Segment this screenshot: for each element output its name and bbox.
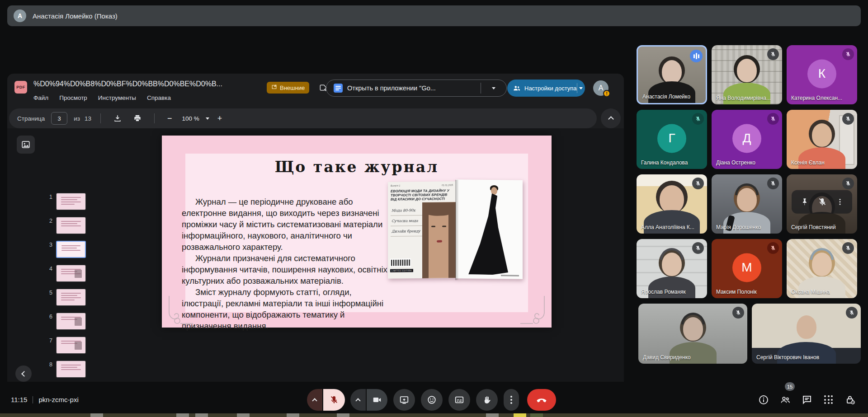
thumbnail-row[interactable]: 3 xyxy=(42,241,86,258)
camera-options-button[interactable] xyxy=(350,389,366,411)
print-button[interactable] xyxy=(130,111,145,126)
taskbar-item[interactable] xyxy=(337,413,349,417)
participant-tile[interactable]: Ярослав Романяк xyxy=(637,239,707,298)
page-thumbnail[interactable] xyxy=(56,217,86,234)
participant-tile[interactable]: Давид Свириденко xyxy=(638,304,747,364)
menu-tools[interactable]: Инструменты xyxy=(98,94,136,101)
taskbar-item[interactable] xyxy=(530,413,543,417)
pin-icon[interactable] xyxy=(800,197,809,206)
meet-screen: A Анастасія Ломейко (Показ) PDF %D0%94%D… xyxy=(0,0,868,417)
menu-help[interactable]: Справка xyxy=(147,94,171,101)
participant-initial: М xyxy=(732,253,761,282)
open-in-app-button[interactable]: Открыть в приложении "Go... xyxy=(326,80,507,97)
open-in-app-dropdown[interactable] xyxy=(481,80,506,96)
page-thumbnail[interactable] xyxy=(56,193,86,210)
taskbar-item[interactable] xyxy=(237,413,250,417)
mic-options-button[interactable] xyxy=(307,389,322,411)
magazine-date: 01.01.2025 xyxy=(442,183,453,186)
zoom-dropdown-icon[interactable] xyxy=(206,117,209,120)
zoom-in-button[interactable]: + xyxy=(214,114,226,123)
reactions-button[interactable] xyxy=(421,389,443,411)
toolbar-collapse-button[interactable] xyxy=(601,108,621,128)
menu-file[interactable]: Файл xyxy=(33,94,48,101)
sidebar-collapse-button[interactable] xyxy=(15,365,32,382)
thumbnail-row[interactable]: 4 xyxy=(42,265,86,282)
participant-tile[interactable]: Алла Анатоліївна К... xyxy=(637,174,707,234)
page-thumbnail[interactable] xyxy=(56,361,86,378)
external-icon xyxy=(271,84,277,91)
participant-tile[interactable]: Сергій Вікторович Іванов xyxy=(752,304,861,364)
more-options-button[interactable] xyxy=(504,389,519,411)
taskbar-item[interactable] xyxy=(287,413,299,417)
host-controls-button[interactable] xyxy=(844,394,856,406)
presenter-name: Анастасія Ломейко (Показ) xyxy=(33,12,118,20)
camera-toggle-button[interactable] xyxy=(367,389,387,411)
meeting-details-button[interactable] xyxy=(758,394,769,406)
participant-tile[interactable]: Г Галина Кондалова xyxy=(637,110,707,169)
participant-initial: Д xyxy=(732,124,761,153)
taskbar-item[interactable] xyxy=(486,413,499,417)
participant-name: Галина Кондалова xyxy=(641,159,688,166)
captions-button[interactable] xyxy=(448,389,470,411)
corner-flourish xyxy=(519,296,548,325)
share-settings-dropdown[interactable] xyxy=(577,87,585,89)
page-thumbnail-selected[interactable] xyxy=(56,241,86,258)
participant-tile[interactable]: Марія Дорошенко xyxy=(712,174,782,234)
participant-tile[interactable]: М Максим Полонік xyxy=(712,239,782,298)
presenter-avatar: A xyxy=(14,9,26,22)
page-thumbnail[interactable] xyxy=(56,313,86,330)
page-thumbnail[interactable] xyxy=(56,289,86,306)
taskbar-item[interactable] xyxy=(195,413,208,417)
share-settings-main[interactable]: Настройки доступа xyxy=(507,84,577,92)
participant-tile[interactable]: Д Діана Остренко xyxy=(712,110,782,169)
participant-tile[interactable]: К Катерина Олексан... xyxy=(787,45,857,104)
thumbnail-row[interactable]: 6 xyxy=(42,313,86,330)
participant-name: Ксенія Євлан xyxy=(791,159,825,166)
zoom-out-button[interactable]: − xyxy=(164,114,176,123)
account-avatar[interactable]: A ! xyxy=(593,80,609,96)
present-screen-button[interactable] xyxy=(393,389,415,411)
taskbar-item[interactable] xyxy=(90,413,103,417)
mic-mute-button[interactable] xyxy=(323,389,345,411)
chat-panel-button[interactable] xyxy=(801,394,813,406)
share-settings-button[interactable]: Настройки доступа xyxy=(507,80,585,97)
magazine-section: Сучасна мода xyxy=(391,216,423,226)
barcode xyxy=(390,258,411,267)
thumbnail-row[interactable]: 5 xyxy=(42,289,86,306)
magazine-illustration: Выпуск 1 01.01.2025 ЕВОЛЮЦІЯ МОДИ ТА ДИЗ… xyxy=(388,180,523,280)
thumbnail-row[interactable]: 1 xyxy=(42,193,86,210)
mic-off-icon xyxy=(767,178,779,189)
raise-hand-button[interactable] xyxy=(476,389,498,411)
mic-off-icon[interactable] xyxy=(817,197,827,206)
thumbnail-row[interactable]: 8 xyxy=(42,361,86,378)
participants-panel-button[interactable] xyxy=(779,394,791,406)
mic-off-icon xyxy=(842,48,854,60)
page-thumbnail[interactable] xyxy=(56,337,86,354)
participant-tile[interactable]: Анастасія Ломейко xyxy=(637,45,707,104)
participant-name: Анастасія Ломейко xyxy=(642,94,690,100)
participant-tile[interactable]: Оксана Мішина xyxy=(787,239,857,298)
thumb-page-number: 7 xyxy=(42,337,52,344)
participant-initial: Г xyxy=(657,124,686,153)
page-thumbnail[interactable] xyxy=(56,265,86,282)
menu-view[interactable]: Просмотр xyxy=(59,94,87,101)
participant-name: Катерина Олексан... xyxy=(791,95,842,101)
participant-tile[interactable]: Яна Володимирівна... xyxy=(712,45,782,104)
open-in-app-main[interactable]: Открыть в приложении "Go... xyxy=(326,84,481,93)
participant-tile[interactable]: Сергій Повстяний xyxy=(787,174,857,234)
external-badge[interactable]: Внешние xyxy=(267,82,309,94)
page-number-input[interactable] xyxy=(51,112,67,125)
participant-tile[interactable]: Ксенія Євлан xyxy=(787,110,857,169)
mic-off-icon xyxy=(767,48,779,60)
thumbnail-row[interactable]: 2 xyxy=(42,217,86,234)
participant-name: Діана Остренко xyxy=(716,159,755,166)
more-options-icon[interactable] xyxy=(836,197,844,206)
zoom-level[interactable]: 100 % xyxy=(182,115,199,122)
thumbnail-row[interactable]: 7 xyxy=(42,337,86,354)
taskbar-item-active[interactable] xyxy=(514,413,526,417)
end-call-button[interactable] xyxy=(527,389,556,411)
activities-button[interactable] xyxy=(823,394,835,406)
taskbar-item[interactable] xyxy=(176,413,189,417)
download-button[interactable] xyxy=(110,111,125,126)
mic-off-icon xyxy=(329,395,339,405)
